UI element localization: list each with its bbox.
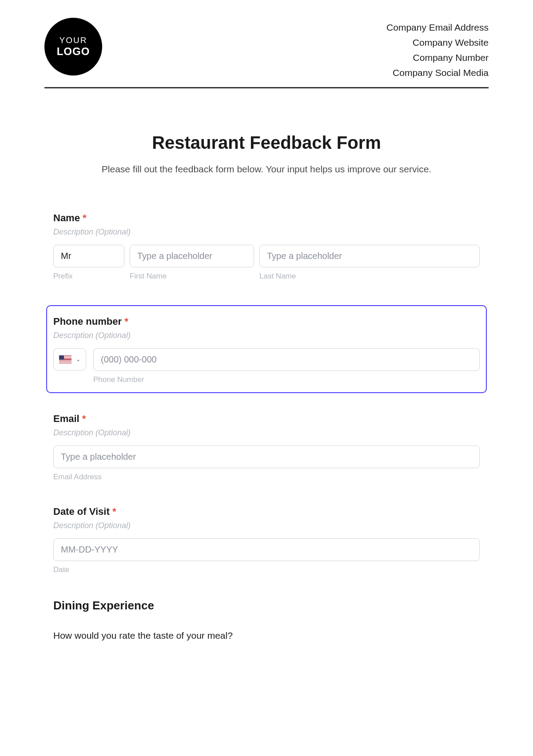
first-name-input[interactable] xyxy=(130,245,254,267)
first-name-sublabel: First Name xyxy=(130,272,254,281)
dining-experience-heading: Dining Experience xyxy=(49,599,484,613)
question-taste: How would you rate the taste of your mea… xyxy=(49,630,484,641)
phone-description[interactable]: Description (Optional) xyxy=(53,331,480,340)
us-flag-icon xyxy=(59,355,72,363)
date-description[interactable]: Description (Optional) xyxy=(53,521,480,530)
chevron-down-icon: ⌄ xyxy=(76,356,80,362)
date-field-block: Date of Visit * Description (Optional) D… xyxy=(49,506,484,574)
country-code-select[interactable]: ⌄ xyxy=(53,348,86,370)
logo-text-line1: YOUR xyxy=(60,36,88,45)
form-container: Restaurant Feedback Form Please fill out… xyxy=(44,133,489,641)
phone-number-input[interactable] xyxy=(93,348,480,371)
phone-field-block: Phone number * Description (Optional) ⌄ … xyxy=(46,305,487,393)
date-sublabel: Date xyxy=(53,565,480,574)
phone-label: Phone number * xyxy=(53,316,480,327)
company-info: Company Email Address Company Website Co… xyxy=(386,18,489,78)
company-website: Company Website xyxy=(413,37,489,48)
name-field-block: Name * Description (Optional) Prefix Fir… xyxy=(49,212,484,281)
last-name-sublabel: Last Name xyxy=(259,272,480,281)
name-description[interactable]: Description (Optional) xyxy=(53,227,480,237)
logo-text-line2: LOGO xyxy=(57,45,90,58)
required-indicator: * xyxy=(82,413,86,424)
prefix-sublabel: Prefix xyxy=(53,272,124,281)
header: YOUR LOGO Company Email Address Company … xyxy=(44,18,489,88)
company-email: Company Email Address xyxy=(386,22,489,33)
company-social: Company Social Media xyxy=(393,68,489,78)
company-number: Company Number xyxy=(413,52,489,63)
email-sublabel: Email Address xyxy=(53,473,480,481)
email-input[interactable] xyxy=(53,446,480,468)
required-indicator: * xyxy=(83,212,87,223)
form-subtitle: Please fill out the feedback form below.… xyxy=(49,164,484,175)
email-description[interactable]: Description (Optional) xyxy=(53,428,480,438)
date-input[interactable] xyxy=(53,538,480,561)
logo: YOUR LOGO xyxy=(44,18,102,76)
name-label: Name * xyxy=(53,212,480,224)
last-name-input[interactable] xyxy=(259,245,480,267)
email-field-block: Email * Description (Optional) Email Add… xyxy=(49,413,484,481)
required-indicator: * xyxy=(124,316,128,327)
date-label: Date of Visit * xyxy=(53,506,480,517)
email-label: Email * xyxy=(53,413,480,425)
prefix-input[interactable] xyxy=(53,245,124,267)
required-indicator: * xyxy=(112,506,116,517)
phone-sublabel: Phone Number xyxy=(93,375,480,384)
form-title: Restaurant Feedback Form xyxy=(49,133,484,153)
